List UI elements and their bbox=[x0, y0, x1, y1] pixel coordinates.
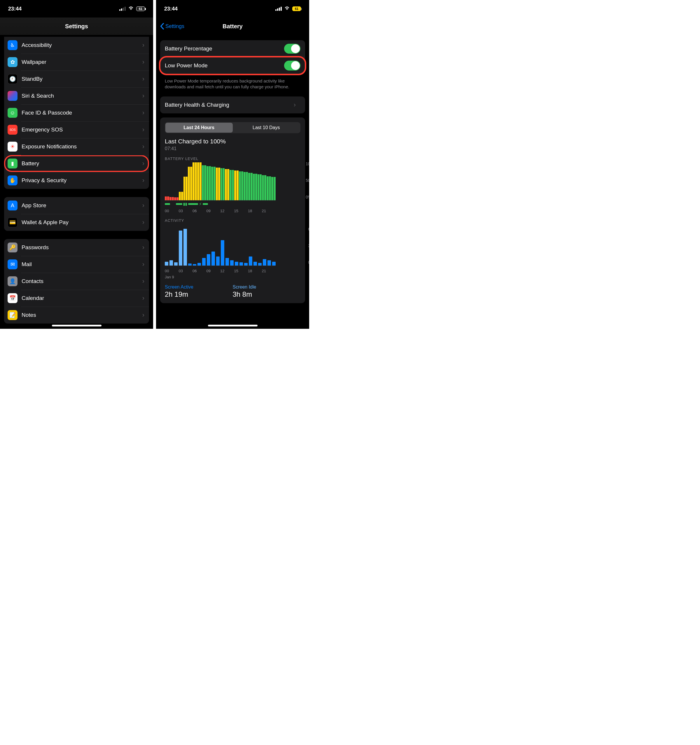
screen-active-head: Screen Active bbox=[165, 284, 233, 290]
appstore-icon: A bbox=[7, 200, 18, 211]
settings-row-contacts[interactable]: 👤Contacts› bbox=[4, 273, 149, 290]
settings-row-accessibility[interactable]: ♿︎Accessibility› bbox=[4, 37, 149, 54]
battery-phone: 23:44 61 Settings Battery Battery Percen… bbox=[156, 0, 309, 329]
back-button[interactable]: Settings bbox=[160, 18, 184, 35]
screen-active-val: 2h 19m bbox=[165, 290, 233, 298]
settings-row-passwords[interactable]: 🔑Passwords› bbox=[4, 239, 149, 256]
passwords-icon: 🔑 bbox=[7, 242, 18, 253]
activity-ylabels: 60m 30m 0m bbox=[308, 227, 309, 265]
battery-percentage-row[interactable]: Battery Percentage bbox=[160, 40, 305, 57]
chevron-right-icon: › bbox=[142, 311, 149, 319]
battery-health-row[interactable]: Battery Health & Charging › bbox=[160, 96, 305, 114]
settings-row-siri-search[interactable]: Siri & Search› bbox=[4, 87, 149, 104]
row-label: Mail bbox=[22, 261, 142, 268]
home-indicator[interactable] bbox=[52, 325, 102, 326]
row-label: Siri & Search bbox=[22, 93, 142, 99]
chevron-right-icon: › bbox=[142, 177, 149, 184]
row-label: Passwords bbox=[22, 244, 142, 251]
bolt-icon: ⚡︎ bbox=[199, 202, 202, 206]
chevron-right-icon: › bbox=[142, 41, 149, 49]
low-power-mode-label: Low Power Mode bbox=[165, 62, 284, 69]
row-label: Wallpaper bbox=[22, 59, 142, 65]
usage-card: Last 24 Hours Last 10 Days Last Charged … bbox=[160, 117, 305, 303]
chevron-right-icon: › bbox=[294, 101, 300, 109]
battery-nav: Settings Battery bbox=[156, 18, 309, 35]
row-label: StandBy bbox=[22, 76, 142, 82]
row-label: Contacts bbox=[22, 278, 142, 284]
activity-xaxis: 0003060912151821 bbox=[165, 269, 276, 273]
lpm-description: Low Power Mode temporarily reduces backg… bbox=[165, 78, 300, 90]
screen-idle-val: 3h 8m bbox=[233, 290, 301, 298]
battery-status-icon: 61 bbox=[136, 6, 145, 11]
mail-icon: ✉ bbox=[7, 259, 18, 269]
row-label: Calendar bbox=[22, 295, 142, 301]
contacts-icon: 👤 bbox=[7, 276, 18, 286]
chevron-right-icon: › bbox=[142, 160, 149, 167]
battery-level-head: BATTERY LEVEL bbox=[165, 157, 300, 161]
settings-phone: 23:44 61 Settings ♿︎Accessibility›✿Wallp… bbox=[0, 0, 153, 329]
status-bar: 23:44 61 bbox=[0, 0, 153, 18]
chart-date: Jan 9 bbox=[165, 275, 300, 279]
chevron-right-icon: › bbox=[142, 143, 149, 150]
last-charged-title: Last Charged to 100% bbox=[165, 138, 300, 145]
row-label: Exposure Notifications bbox=[22, 144, 142, 150]
notes-icon: 📝 bbox=[7, 310, 18, 320]
settings-row-privacy-security[interactable]: ✋Privacy & Security› bbox=[4, 172, 149, 189]
settings-row-standby[interactable]: 🕘StandBy› bbox=[4, 70, 149, 87]
row-label: Accessibility bbox=[22, 42, 142, 48]
page-title: Battery bbox=[223, 23, 243, 30]
calendar-icon: 📅 bbox=[7, 293, 18, 303]
chevron-right-icon: › bbox=[142, 260, 149, 268]
settings-row-battery[interactable]: ▮Battery› bbox=[4, 155, 149, 172]
settings-group: 🔑Passwords›✉Mail›👤Contacts›📅Calendar›📝No… bbox=[4, 239, 149, 323]
exposure-icon: ☀ bbox=[7, 142, 18, 151]
chevron-right-icon: › bbox=[142, 277, 149, 285]
time-range-segment[interactable]: Last 24 Hours Last 10 Days bbox=[165, 122, 300, 133]
battery-status-icon: 61 bbox=[292, 6, 301, 11]
row-label: Face ID & Passcode bbox=[22, 109, 142, 116]
chevron-right-icon: › bbox=[142, 92, 149, 100]
seg-24h[interactable]: Last 24 Hours bbox=[165, 123, 233, 133]
settings-row-exposure-notifications[interactable]: ☀Exposure Notifications› bbox=[4, 138, 149, 155]
settings-group: ♿︎Accessibility›✿Wallpaper›🕘StandBy›Siri… bbox=[4, 37, 149, 189]
settings-group: AApp Store›💳Wallet & Apple Pay› bbox=[4, 197, 149, 231]
screen-idle-head: Screen Idle bbox=[233, 284, 301, 290]
screen-time-stats: Screen Active 2h 19m Screen Idle 3h 8m bbox=[165, 284, 300, 298]
home-indicator[interactable] bbox=[208, 325, 258, 326]
status-time: 23:44 bbox=[8, 6, 22, 12]
battery-percentage-switch[interactable] bbox=[284, 44, 300, 54]
chevron-right-icon: › bbox=[142, 244, 149, 251]
wallet-icon: 💳 bbox=[7, 217, 18, 227]
battery-health-group: Battery Health & Charging › bbox=[160, 96, 305, 114]
wifi-icon bbox=[128, 6, 134, 11]
wallpaper-icon: ✿ bbox=[7, 57, 18, 67]
settings-row-face-id-passcode[interactable]: ☺Face ID & Passcode› bbox=[4, 104, 149, 121]
settings-row-app-store[interactable]: AApp Store› bbox=[4, 197, 149, 214]
row-label: Emergency SOS bbox=[22, 127, 142, 133]
low-power-mode-row[interactable]: Low Power Mode bbox=[160, 57, 305, 74]
battery-toggles-group: Battery Percentage Low Power Mode bbox=[160, 40, 305, 74]
settings-row-wallpaper[interactable]: ✿Wallpaper› bbox=[4, 54, 149, 70]
activity-head: ACTIVITY bbox=[165, 218, 300, 223]
settings-row-emergency-sos[interactable]: SOSEmergency SOS› bbox=[4, 121, 149, 138]
cellular-icon bbox=[275, 7, 282, 11]
standby-icon: 🕘 bbox=[7, 74, 18, 84]
battery-level-ylabels: 100% 50% 0% bbox=[306, 162, 309, 199]
seg-10d[interactable]: Last 10 Days bbox=[233, 123, 300, 133]
status-bar: 23:44 61 bbox=[156, 0, 309, 18]
pause-icon: ▮▮ bbox=[183, 202, 187, 206]
wifi-icon bbox=[284, 6, 290, 11]
settings-row-wallet-apple-pay[interactable]: 💳Wallet & Apple Pay› bbox=[4, 214, 149, 231]
settings-title: Settings bbox=[0, 18, 153, 35]
settings-row-mail[interactable]: ✉Mail› bbox=[4, 256, 149, 273]
faceid-icon: ☺ bbox=[7, 108, 18, 118]
siri-icon bbox=[7, 91, 18, 101]
settings-row-notes[interactable]: 📝Notes› bbox=[4, 307, 149, 323]
chevron-right-icon: › bbox=[142, 295, 149, 302]
charging-track: ▮▮ ⚡︎ bbox=[165, 202, 276, 206]
activity-chart bbox=[165, 228, 276, 266]
settings-row-calendar[interactable]: 📅Calendar› bbox=[4, 290, 149, 307]
privacy-icon: ✋ bbox=[7, 175, 18, 186]
chevron-right-icon: › bbox=[142, 58, 149, 66]
low-power-mode-switch[interactable] bbox=[284, 61, 300, 70]
